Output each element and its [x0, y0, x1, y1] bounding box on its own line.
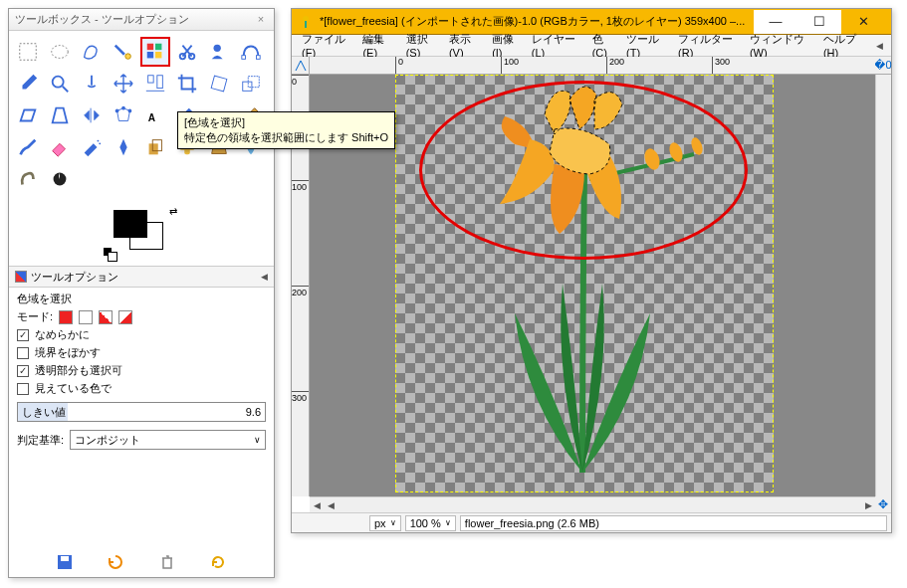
align-tool[interactable] — [140, 69, 170, 98]
svg-text:A: A — [148, 112, 156, 123]
svg-point-25 — [99, 142, 101, 144]
mode-subtract[interactable] — [99, 310, 113, 324]
feather-label: 境界をぼかす — [35, 345, 101, 360]
transparent-row[interactable]: ✓ 透明部分も選択可 — [17, 363, 266, 378]
save-options-icon[interactable] — [56, 553, 74, 571]
quick-mask-icon[interactable]: �0 — [875, 57, 891, 75]
navigation-icon[interactable]: ✥ — [875, 496, 891, 512]
paintbrush-tool[interactable] — [13, 132, 43, 162]
flip-tool[interactable] — [77, 100, 107, 130]
eraser-tool[interactable] — [45, 132, 75, 162]
ruler-tick: 100 — [501, 57, 519, 75]
dodge-burn-tool[interactable] — [45, 164, 75, 194]
select-by-color-tool[interactable] — [140, 37, 170, 67]
chevron-down-icon: ∨ — [390, 518, 396, 527]
filename-text: flower_freesia.png (2.6 MB) — [465, 517, 599, 529]
airbrush-tool[interactable] — [77, 132, 107, 162]
checkbox-icon[interactable] — [17, 383, 29, 395]
scrollbar-vertical[interactable] — [875, 75, 891, 496]
svg-rect-0 — [20, 44, 37, 61]
perspective-tool[interactable] — [45, 100, 75, 130]
scrollbar-horizontal[interactable]: ◀ ◀ ▶ — [310, 496, 875, 512]
default-colors-icon[interactable] — [104, 248, 117, 262]
color-picker-tool[interactable] — [13, 69, 43, 98]
options-icon — [15, 271, 27, 283]
scroll-right-icon[interactable]: ▶ — [861, 500, 875, 510]
mode-add[interactable] — [79, 310, 93, 324]
scroll-left-icon[interactable]: ◀ — [310, 500, 324, 510]
visible-row[interactable]: 見えている色で — [17, 381, 266, 396]
toolbox-title: ツールボックス - ツールオプション — [15, 12, 189, 27]
color-swatch[interactable]: ⇄ — [102, 204, 181, 264]
chevron-down-icon: ∨ — [254, 435, 261, 445]
ellipse-select-tool[interactable] — [45, 37, 75, 67]
delete-options-icon[interactable] — [158, 553, 176, 571]
restore-options-icon[interactable] — [107, 553, 124, 571]
scissors-tool[interactable] — [172, 37, 202, 67]
menu-overflow-icon[interactable]: ◀ — [870, 39, 887, 53]
svg-rect-11 — [257, 56, 261, 60]
svg-point-18 — [115, 109, 119, 113]
zoom-tool[interactable] — [45, 69, 75, 98]
scale-tool[interactable] — [236, 69, 266, 98]
toolbox-titlebar[interactable]: ツールボックス - ツールオプション × — [9, 9, 274, 31]
measure-tool[interactable] — [77, 69, 107, 98]
cage-tool[interactable] — [109, 100, 138, 130]
shear-tool[interactable] — [13, 100, 43, 130]
scroll-left2-icon[interactable]: ◀ — [324, 500, 338, 510]
checkbox-icon[interactable] — [17, 347, 29, 359]
clone-tool[interactable] — [140, 132, 170, 162]
toolbox-panel: ツールボックス - ツールオプション × A — [8, 8, 275, 578]
zoom-combo[interactable]: 100 % ∨ — [405, 515, 456, 531]
mode-label: モード: — [17, 309, 53, 324]
smudge-tool[interactable] — [13, 164, 43, 194]
tooltip-title: [色域を選択] — [184, 115, 388, 130]
fuzzy-select-tool[interactable] — [109, 37, 138, 67]
move-tool[interactable] — [109, 69, 138, 98]
ruler-tick: 0 — [395, 57, 403, 75]
smoothing-row[interactable]: ✓ なめらかに — [17, 327, 266, 342]
checkbox-icon[interactable]: ✓ — [17, 365, 29, 377]
annotation-ellipse — [419, 81, 748, 260]
tool-options-header[interactable]: ツールオプション ◀ — [9, 266, 274, 288]
fg-color[interactable] — [113, 210, 147, 238]
mode-replace[interactable] — [59, 310, 73, 324]
mode-intersect[interactable] — [118, 310, 132, 324]
paths-tool[interactable] — [236, 37, 266, 67]
swap-colors-icon[interactable]: ⇄ — [169, 206, 177, 217]
feather-row[interactable]: 境界をぼかす — [17, 345, 266, 360]
criterion-combo[interactable]: コンポジット ∨ — [70, 430, 266, 450]
options-footer — [9, 553, 274, 571]
ink-tool[interactable] — [109, 132, 138, 162]
checkbox-icon[interactable]: ✓ — [17, 329, 29, 341]
ruler-horizontal[interactable]: 0 100 200 300 — [310, 57, 875, 75]
foreground-select-tool[interactable] — [204, 37, 234, 67]
close-icon[interactable]: × — [254, 13, 268, 27]
rect-select-tool[interactable] — [13, 37, 43, 67]
ruler-tick: 200 — [606, 57, 624, 75]
svg-rect-4 — [155, 44, 161, 50]
svg-point-9 — [214, 45, 221, 52]
unit-value: px — [374, 517, 386, 529]
threshold-value: 9.6 — [246, 406, 261, 418]
collapse-icon[interactable]: ◀ — [261, 272, 268, 282]
crop-tool[interactable] — [172, 69, 202, 98]
svg-rect-10 — [242, 56, 246, 60]
ruler-tick: 200 — [292, 286, 310, 297]
ruler-corner[interactable] — [292, 57, 310, 75]
svg-point-1 — [52, 46, 69, 59]
status-filename: flower_freesia.png (2.6 MB) — [460, 515, 887, 531]
criterion-value: コンポジット — [75, 433, 140, 448]
rotate-tool[interactable] — [204, 69, 234, 98]
text-tool[interactable]: A — [140, 100, 170, 130]
criterion-row: 判定基準: コンポジット ∨ — [17, 430, 266, 450]
tooltip-desc: 特定色の領域を選択範囲にします Shift+O — [184, 130, 388, 145]
free-select-tool[interactable] — [77, 37, 107, 67]
menubar: ファイル(F) 編集(E) 選択(S) 表示(V) 画像(I) レイヤー(L) … — [292, 35, 891, 57]
threshold-slider[interactable]: しきい値 9.6 — [17, 402, 266, 422]
mode-row: モード: — [17, 309, 266, 324]
unit-combo[interactable]: px ∨ — [369, 515, 401, 531]
svg-point-19 — [128, 109, 132, 113]
svg-rect-16 — [243, 82, 252, 91]
reset-options-icon[interactable] — [209, 553, 227, 571]
